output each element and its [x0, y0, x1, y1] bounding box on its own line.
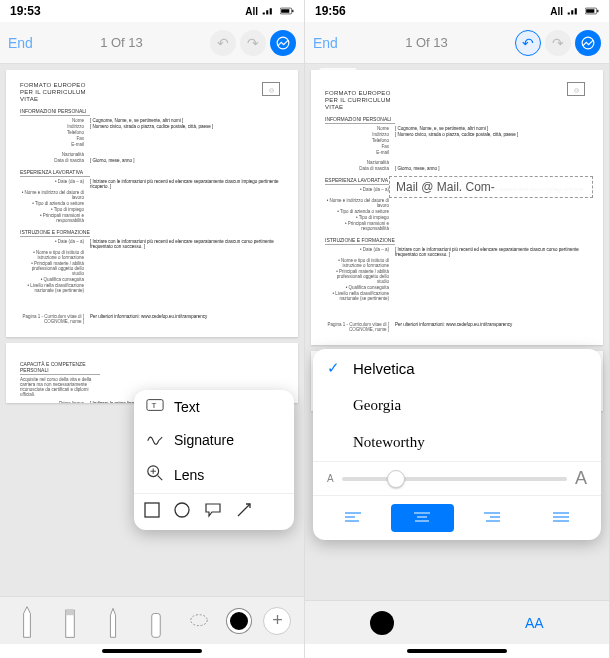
page-indicator: 1 Of 13: [405, 35, 448, 50]
status-icons: All: [550, 6, 599, 17]
svg-point-16: [191, 614, 208, 625]
shape-speech-bubble[interactable]: [204, 502, 222, 522]
checkmark-icon: ✓: [327, 359, 341, 377]
pencil-tool[interactable]: [98, 603, 128, 639]
lasso-tool[interactable]: [184, 603, 214, 639]
font-option-georgia[interactable]: Georgia: [313, 387, 601, 424]
signature-icon: [146, 431, 164, 448]
font-option-helvetica[interactable]: ✓ Helvetica: [313, 349, 601, 387]
svg-rect-18: [586, 9, 594, 13]
align-left-button[interactable]: [321, 504, 385, 532]
status-time: 19:56: [315, 4, 346, 18]
home-indicator[interactable]: [0, 644, 304, 658]
add-signature-option[interactable]: Signature: [134, 423, 294, 456]
align-right-button[interactable]: [460, 504, 524, 532]
svg-text:T: T: [151, 401, 156, 410]
svg-rect-1: [281, 9, 289, 13]
svg-line-12: [238, 504, 250, 516]
redo-button[interactable]: ↷: [240, 30, 266, 56]
svg-line-7: [158, 476, 163, 481]
photo-placeholder: ◎: [567, 82, 585, 96]
text-style-popover: ✓ Helvetica Georgia Noteworthy A A: [313, 349, 601, 540]
color-picker[interactable]: [227, 609, 251, 633]
back-button[interactable]: End: [313, 35, 338, 51]
text-toolbar: AA: [305, 600, 609, 644]
eraser-tool[interactable]: [141, 603, 171, 639]
svg-point-3: [277, 37, 289, 49]
text-color-button[interactable]: [370, 611, 394, 635]
shape-circle[interactable]: [174, 502, 190, 522]
redo-button[interactable]: ↷: [545, 30, 571, 56]
document-page-1[interactable]: ◎ Formato europeo per il curriculum vita…: [6, 70, 298, 337]
markup-button[interactable]: [270, 30, 296, 56]
shape-square[interactable]: [144, 502, 160, 522]
svg-rect-14: [66, 610, 75, 615]
status-icons: All: [245, 6, 294, 17]
add-text-option[interactable]: T Text: [134, 390, 294, 423]
size-large-icon: A: [575, 468, 587, 489]
markup-toolbar: +: [0, 596, 304, 644]
align-center-button[interactable]: [391, 504, 455, 532]
document-page-1[interactable]: ◎ Formato europeo per il curriculum vita…: [311, 70, 603, 345]
svg-rect-15: [152, 613, 161, 637]
font-size-slider[interactable]: [342, 477, 567, 481]
svg-rect-19: [597, 10, 598, 12]
back-button[interactable]: End: [8, 35, 33, 51]
text-box-icon: T: [146, 398, 164, 415]
size-small-icon: A: [327, 473, 334, 484]
markup-button[interactable]: [575, 30, 601, 56]
status-time: 19:53: [10, 4, 41, 18]
text-style-button[interactable]: AA: [525, 615, 544, 631]
pen-tool[interactable]: [12, 603, 42, 639]
font-option-noteworthy[interactable]: Noteworthy: [313, 424, 601, 461]
add-magnifier-option[interactable]: Lens: [134, 456, 294, 493]
magnifier-icon: [146, 464, 164, 485]
undo-button[interactable]: ↶: [210, 30, 236, 56]
svg-rect-10: [145, 503, 159, 517]
text-annotation[interactable]: Mail @ Mail. Com-: [389, 176, 593, 198]
undo-button[interactable]: ↶: [515, 30, 541, 56]
align-justify-button[interactable]: [530, 504, 594, 532]
svg-point-20: [582, 37, 594, 49]
add-annotation-popover: T Text Signature Lens: [134, 390, 294, 530]
svg-rect-2: [292, 10, 293, 12]
shape-arrow[interactable]: [236, 502, 254, 522]
home-indicator[interactable]: [305, 644, 609, 658]
photo-placeholder: ◎: [262, 82, 280, 96]
highlighter-tool[interactable]: [55, 603, 85, 639]
add-button[interactable]: +: [263, 607, 291, 635]
page-indicator: 1 Of 13: [100, 35, 143, 50]
svg-point-11: [175, 503, 189, 517]
